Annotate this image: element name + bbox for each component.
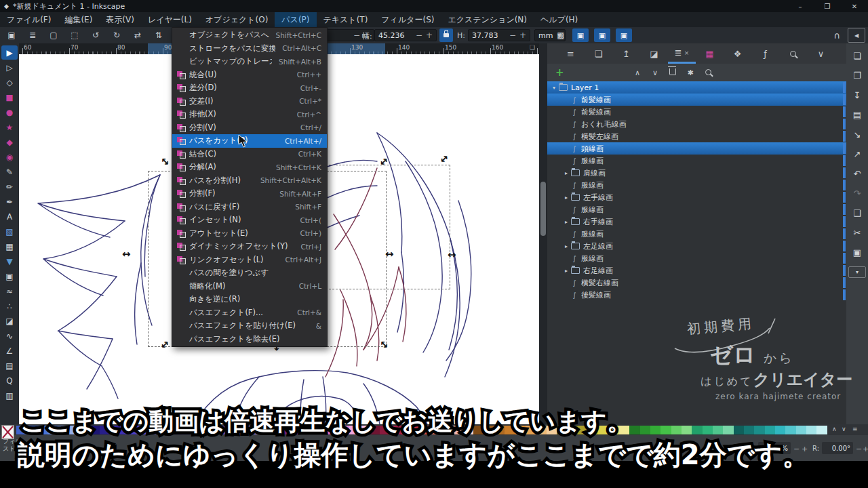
- align-distribute-tab[interactable]: ≡: [557, 43, 585, 64]
- height-decrement[interactable]: −: [509, 30, 516, 40]
- restore-button[interactable]: ❐: [818, 0, 837, 12]
- color-swatch[interactable]: [816, 426, 827, 434]
- layer-highlight-chip[interactable]: [843, 155, 846, 166]
- layer-highlight-chip[interactable]: [843, 94, 846, 105]
- selection-handle[interactable]: ↔: [385, 249, 394, 260]
- layer-highlight-chip[interactable]: [843, 216, 846, 227]
- layer-highlight-chip[interactable]: [843, 82, 846, 93]
- height-increment[interactable]: +: [519, 30, 526, 40]
- tweak-tool[interactable]: ≈: [1, 284, 18, 298]
- color-swatch[interactable]: [682, 426, 692, 434]
- page-tool[interactable]: ▤: [1, 359, 18, 373]
- minimize-button[interactable]: –: [791, 0, 810, 12]
- layer-highlight-chip[interactable]: [843, 119, 846, 129]
- expander-closed-icon[interactable]: ▸: [562, 268, 570, 274]
- layer-row[interactable]: ∫後髪線画: [547, 289, 846, 301]
- dropper-tool[interactable]: ▼: [1, 254, 18, 268]
- path-menu-item[interactable]: ダイナミックオフセット(Y)Ctrl+J: [172, 240, 327, 253]
- swatches-tab[interactable]: ▦: [696, 43, 724, 64]
- export-tab[interactable]: ↥: [612, 43, 640, 64]
- menubar-item-E[interactable]: 編集(E): [58, 12, 99, 27]
- pencil-tool[interactable]: ✎: [1, 165, 18, 179]
- palette-scroll-up[interactable]: ∧: [832, 426, 837, 432]
- color-swatch[interactable]: [754, 426, 764, 434]
- objects-tab[interactable]: ≣×: [668, 43, 696, 64]
- path-menu-item[interactable]: インセット(N)Ctrl+(: [172, 214, 327, 227]
- path-menu-item[interactable]: オブジェクトをパスへ(O)Shift+Ctrl+C: [172, 28, 327, 42]
- layer-row[interactable]: ▸左足線画: [547, 240, 846, 252]
- export-button[interactable]: ↗: [849, 146, 865, 161]
- color-swatch[interactable]: [692, 426, 702, 434]
- path-menu-item[interactable]: ストロークをパスに変換(S)Ctrl+Alt+C: [172, 42, 327, 56]
- star-tool[interactable]: ★: [1, 120, 18, 134]
- delete-layer-button[interactable]: [664, 68, 682, 77]
- layer-highlight-chip[interactable]: [843, 180, 846, 190]
- path-menu-item[interactable]: パスをカット(P)Ctrl+Alt+/: [172, 134, 327, 148]
- menubar-item-N[interactable]: エクステンション(N): [441, 12, 534, 27]
- scale-gradient-toggle[interactable]: ▣: [616, 28, 632, 42]
- selection-handle[interactable]: ↔: [122, 249, 131, 260]
- layer-highlight-chip[interactable]: [843, 241, 846, 251]
- path-menu-item[interactable]: 結合(C)Ctrl+K: [172, 148, 327, 161]
- color-swatch[interactable]: [806, 426, 816, 434]
- layer-row[interactable]: ∫前髪線画: [547, 106, 846, 118]
- color-swatch[interactable]: [671, 426, 682, 434]
- path-menu-item[interactable]: パスエフェクト(F)...Ctrl+&: [172, 306, 327, 320]
- layer-row[interactable]: ∫服線画: [547, 179, 846, 191]
- select-all-layers-icon[interactable]: ≣: [25, 28, 40, 42]
- height-spinner[interactable]: 37.783 − +: [468, 29, 530, 41]
- y-decrement[interactable]: −: [353, 30, 360, 40]
- mesh-gradient-tool[interactable]: ▦: [1, 239, 18, 253]
- color-swatch[interactable]: [723, 426, 733, 434]
- width-decrement[interactable]: −: [416, 30, 422, 40]
- search-layers-button[interactable]: [699, 68, 717, 77]
- cut-button[interactable]: ✂: [849, 225, 865, 240]
- rotate-cw-icon[interactable]: ↻: [109, 28, 124, 42]
- deselect-icon[interactable]: ▢: [46, 28, 61, 42]
- duplicate-button[interactable]: ❑: [849, 205, 865, 220]
- open-document-button[interactable]: ❐: [849, 68, 865, 83]
- text-tool[interactable]: A: [1, 209, 18, 224]
- layer-row[interactable]: ∫前髪線画: [547, 94, 846, 106]
- color-swatch[interactable]: [775, 426, 785, 434]
- layer-row[interactable]: ∫服線画: [547, 155, 846, 167]
- scrollbar-thumb[interactable]: [540, 182, 546, 236]
- vertical-scrollbar[interactable]: [539, 43, 547, 424]
- path-menu-item[interactable]: パスエフェクトを貼り付け(E)&: [172, 319, 327, 333]
- color-swatch[interactable]: [713, 426, 723, 434]
- path-menu-item[interactable]: 分割(F)Shift+Alt+F: [172, 187, 327, 201]
- document-properties-tab[interactable]: ❏: [585, 43, 612, 64]
- paste-button[interactable]: ▣: [849, 245, 865, 260]
- path-menu-item[interactable]: アウトセット(E)Ctrl+): [172, 227, 327, 241]
- layer-row[interactable]: ∫おくれ毛線画: [547, 118, 846, 130]
- layer-row[interactable]: ∫服線画: [547, 203, 846, 216]
- color-swatch[interactable]: [734, 426, 744, 434]
- measure-tool[interactable]: ∠: [1, 344, 18, 358]
- move-up-button[interactable]: ∧: [629, 68, 646, 77]
- selection-handle[interactable]: ↔: [448, 250, 456, 260]
- rotation-increment[interactable]: +: [863, 445, 868, 453]
- path-menu-item[interactable]: パスエフェクトを除去(E): [172, 333, 327, 346]
- height-value[interactable]: 37.783: [472, 31, 506, 40]
- print-button[interactable]: ▤: [849, 107, 865, 122]
- color-swatch[interactable]: [703, 426, 713, 434]
- layer-settings-button[interactable]: ✱: [682, 68, 699, 77]
- close-button[interactable]: ✕: [845, 0, 864, 12]
- layer-row[interactable]: ∫服線画: [547, 228, 846, 240]
- collapse-dock-button[interactable]: ◀: [848, 28, 865, 43]
- layer-row[interactable]: ∫服線画: [547, 252, 846, 264]
- menubar-item-V[interactable]: 表示(V): [99, 12, 141, 27]
- close-tab-icon[interactable]: ×: [684, 49, 690, 56]
- layer-row[interactable]: ▸右足線画: [547, 264, 846, 277]
- paint-bucket-tool[interactable]: ▣: [1, 269, 18, 283]
- snap-toggle[interactable]: ∩: [830, 28, 844, 42]
- path-menu-item[interactable]: パスの間を塗りつぶす: [172, 266, 327, 280]
- width-spinner[interactable]: 45.236 − +: [374, 29, 437, 41]
- transform-tab[interactable]: ƒ: [751, 43, 779, 64]
- expander-open-icon[interactable]: ▾: [550, 85, 558, 91]
- no-color-swatch[interactable]: [1, 425, 14, 439]
- layer-row[interactable]: ▾Layer 1: [547, 81, 846, 94]
- box-3d-tool[interactable]: ◆: [1, 135, 18, 149]
- rectangle-tool[interactable]: ■: [1, 90, 18, 104]
- path-menu-item[interactable]: 統合(U)Ctrl++: [172, 68, 327, 82]
